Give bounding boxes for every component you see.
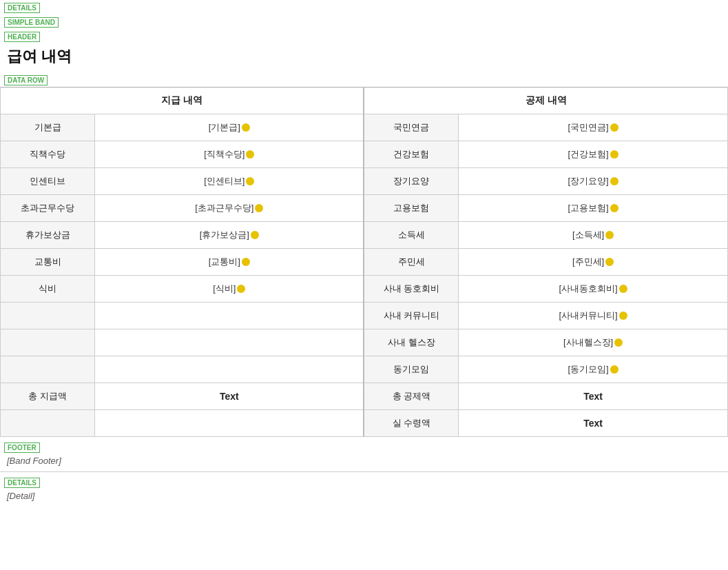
left-label-cell: 직책수당 [1, 141, 95, 168]
header-badge-wrapper: HEADER [0, 29, 728, 43]
page-title: 급여 내역 [0, 43, 728, 72]
left-value-cell: [식비] [95, 276, 364, 303]
table-row: 휴가보상금[휴가보상금]소득세[소득세] [1, 222, 728, 249]
header-badge-label: HEADER [4, 32, 40, 42]
right-value-cell: [소득세] [459, 222, 728, 249]
details-badge-bottom-wrapper: DETAILS [0, 472, 728, 489]
table-row: 기본급[기본급]국민연금[국민연금] [1, 114, 728, 141]
left-label-cell: 식비 [1, 276, 95, 303]
right-label-cell: 건강보험 [364, 141, 458, 168]
left-value-cell: [초과근무수당] [95, 195, 364, 222]
right-label-cell: 사내 동호회비 [364, 276, 458, 303]
table-row: 사내 커뮤니티[사내커뮤니티] [1, 303, 728, 329]
left-value-cell: [교통비] [95, 249, 364, 276]
right-value-cell: [사내헬스장] [459, 329, 728, 356]
details-badge-label: DETAILS [4, 3, 40, 13]
left-value-cell [95, 356, 364, 383]
right-label-cell: 사내 커뮤니티 [364, 303, 458, 329]
right-value-cell: [장기요양] [459, 168, 728, 195]
left-value-cell: [인센티브] [95, 168, 364, 195]
right-value-cell: [동기모임] [459, 356, 728, 383]
right-section-header: 공제 내역 [364, 88, 727, 114]
left-value-cell [95, 329, 364, 356]
left-label-cell: 교통비 [1, 249, 95, 276]
right-label-cell: 소득세 [364, 222, 458, 249]
table-row: 동기모임[동기모임] [1, 356, 728, 383]
net-left-empty-1 [1, 410, 95, 437]
left-label-cell [1, 329, 95, 356]
right-value-cell: [사내커뮤니티] [459, 303, 728, 329]
table-row: 초과근무수당[초과근무수당]고용보험[고용보험] [1, 195, 728, 222]
right-label-cell: 고용보험 [364, 195, 458, 222]
left-label-cell [1, 303, 95, 329]
right-label-cell: 장기요양 [364, 168, 458, 195]
net-row: 실 수령액Text [1, 410, 728, 437]
details-badge-top: DETAILS [0, 0, 728, 14]
footer-badge-wrapper: FOOTER [0, 437, 728, 454]
table-row: 직책수당[직책수당]건강보험[건강보험] [1, 141, 728, 168]
total-right-label: 총 공제액 [364, 383, 458, 410]
right-value-cell: [사내동호회비] [459, 276, 728, 303]
left-value-cell: [휴가보상금] [95, 222, 364, 249]
simple-band-badge-wrapper: SIMPLE BAND [0, 14, 728, 29]
net-right-label: 실 수령액 [364, 410, 458, 437]
right-label-cell: 동기모임 [364, 356, 458, 383]
left-label-cell: 인센티브 [1, 168, 95, 195]
data-row-badge-label: DATA ROW [4, 75, 48, 85]
left-value-cell [95, 303, 364, 329]
left-label-cell [1, 356, 95, 383]
data-row-badge-wrapper: DATA ROW [0, 72, 728, 87]
total-right-value: Text [459, 383, 728, 410]
table-row: 인센티브[인센티브]장기요양[장기요양] [1, 168, 728, 195]
net-right-value: Text [459, 410, 728, 437]
simple-band-badge-label: SIMPLE BAND [4, 17, 59, 28]
right-value-cell: [국민연금] [459, 114, 728, 141]
net-left-empty-2 [95, 410, 364, 437]
table-row: 식비[식비]사내 동호회비[사내동호회비] [1, 276, 728, 303]
table-row: 사내 헬스장[사내헬스장] [1, 329, 728, 356]
left-value-cell: [기본급] [95, 114, 364, 141]
detail-text: [Detail] [0, 489, 728, 507]
total-left-value: Text [95, 383, 364, 410]
left-section-header: 지급 내역 [1, 88, 364, 114]
left-label-cell: 휴가보상금 [1, 222, 95, 249]
right-label-cell: 사내 헬스장 [364, 329, 458, 356]
right-value-cell: [건강보험] [459, 141, 728, 168]
right-value-cell: [고용보험] [459, 195, 728, 222]
footer-text: [Band Footer] [0, 454, 728, 471]
right-label-cell: 주민세 [364, 249, 458, 276]
table-row: 교통비[교통비]주민세[주민세] [1, 249, 728, 276]
left-label-cell: 초과근무수당 [1, 195, 95, 222]
total-left-label: 총 지급액 [1, 383, 95, 410]
total-row: 총 지급액Text총 공제액Text [1, 383, 728, 410]
details-badge-bottom-label: DETAILS [4, 478, 40, 488]
salary-table: 지급 내역 공제 내역 기본급[기본급]국민연금[국민연금]직책수당[직책수당]… [0, 87, 728, 437]
right-value-cell: [주민세] [459, 249, 728, 276]
left-value-cell: [직책수당] [95, 141, 364, 168]
footer-badge-label: FOOTER [4, 442, 40, 453]
right-label-cell: 국민연금 [364, 114, 458, 141]
left-label-cell: 기본급 [1, 114, 95, 141]
